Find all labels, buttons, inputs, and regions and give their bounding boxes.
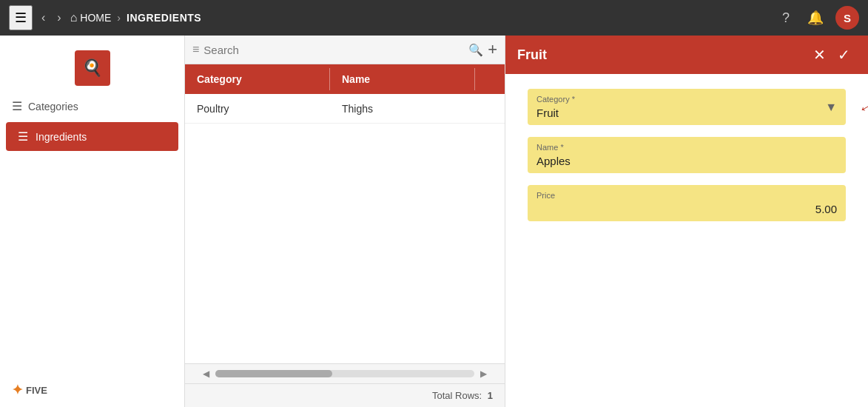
forward-button[interactable]: › [54,8,64,27]
cell-name: Thighs [330,97,475,121]
sidebar: 🍳 ☰ Categories ☰ Ingredients ✦ FIVE [0,36,185,407]
home-label: HOME [80,12,111,24]
scroll-track[interactable] [215,370,474,377]
total-rows-value: 1 [488,390,493,401]
name-value: Apples [536,155,837,167]
form-confirm-button[interactable]: ✓ [832,44,856,65]
sidebar-footer: ✦ FIVE [0,373,184,407]
top-navigation: ☰ ‹ › ⌂ HOME › INGREDIENTS ? 🔔 S [0,0,868,36]
price-label: Price [536,191,837,200]
table-footer: Total Rows: 1 [185,383,505,407]
avatar[interactable]: S [835,6,859,30]
form-close-button[interactable]: ✕ [807,44,832,65]
column-header-category: Category [185,66,329,92]
sidebar-item-ingredients[interactable]: ☰ Ingredients [6,122,178,151]
list-icon: ☰ [18,130,28,144]
sidebar-logo: 🍳 [0,41,184,92]
breadcrumb-chevron: › [117,12,121,24]
help-button[interactable]: ? [776,7,795,29]
column-divider-2 [474,68,475,90]
scroll-thumb [215,370,332,377]
menu-icon: ☰ [12,99,22,113]
column-header-name: Name [330,66,474,92]
category-value: Fruit [536,107,837,119]
cell-category: Poultry [185,97,330,121]
home-button[interactable]: ⌂ HOME [70,11,112,24]
app-logo: 🍳 [75,50,110,86]
table-header: Category Name [185,64,505,94]
category-field[interactable]: Category * Fruit ▼ ← [528,89,846,125]
scroll-right-arrow[interactable]: ▶ [480,369,487,379]
form-header: Fruit ✕ ✓ [505,36,868,74]
back-button[interactable]: ‹ [38,8,48,27]
name-field[interactable]: Name * Apples [528,137,846,173]
sidebar-item-label: Ingredients [36,131,87,143]
table-body: Poultry Thighs [185,94,505,363]
add-button[interactable]: + [488,41,497,58]
search-bar: ≡ 🔍 + ↑ [185,36,505,64]
scroll-left-arrow[interactable]: ◀ [203,369,209,379]
notification-button[interactable]: 🔔 [801,7,830,29]
horizontal-scrollbar: ◀ ▶ [185,363,505,383]
five-logo: ✦ FIVE [12,382,47,398]
total-rows-label: Total Rows: [432,390,482,401]
form-title: Fruit [517,47,807,63]
name-label: Name * [536,143,837,152]
breadcrumb: INGREDIENTS [127,12,201,24]
filter-icon: ≡ [192,43,199,56]
table-row[interactable]: Poultry Thighs [185,94,505,124]
home-icon: ⌂ [70,11,78,24]
price-value: 5.00 [536,203,837,215]
hamburger-menu-button[interactable]: ☰ [9,5,33,30]
five-logo-label: FIVE [26,385,47,396]
table-panel: ≡ 🔍 + ↑ Category Name [185,36,505,407]
search-input[interactable] [203,44,464,56]
search-button[interactable]: 🔍 [468,43,483,57]
price-field[interactable]: Price 5.00 [528,185,846,221]
form-body: Category * Fruit ▼ ← Name * Apples Price… [505,74,868,236]
category-label: Category * [536,95,837,104]
categories-label: Categories [28,101,78,112]
category-arrow-annotation: ← [854,95,868,120]
five-logo-icon: ✦ [12,382,23,398]
sidebar-categories-header[interactable]: ☰ Categories [0,92,184,121]
form-panel: Fruit ✕ ✓ Category * Fruit ▼ ← Name * Ap… [505,36,868,407]
